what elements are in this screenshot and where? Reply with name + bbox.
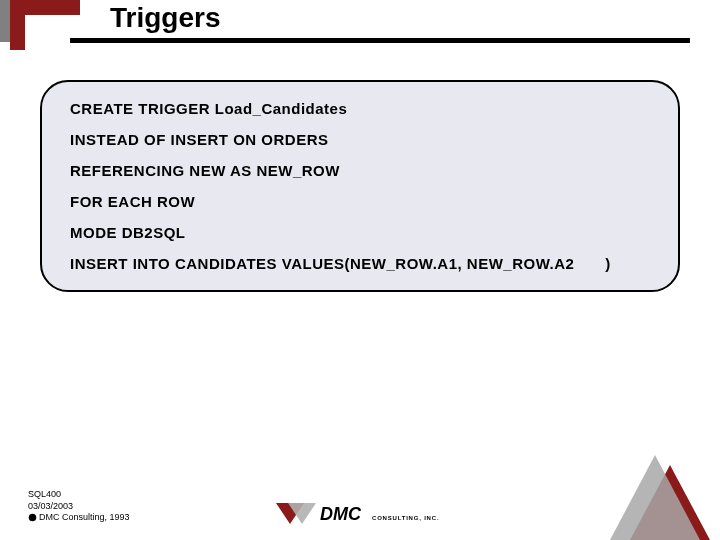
header-rule	[70, 38, 690, 43]
footer-info: SQL400 03/03/2003 DMC Consulting, 1993	[28, 489, 130, 524]
code-line: MODE DB2SQL	[70, 224, 650, 241]
logo-suffix: CONSULTING, INC.	[372, 515, 439, 521]
page-title: Triggers	[110, 2, 220, 34]
footer-copyright: DMC Consulting, 1993	[28, 512, 130, 524]
dmc-logo: DMC CONSULTING, INC.	[276, 500, 456, 528]
code-panel: CREATE TRIGGER Load_Candidates INSTEAD O…	[40, 80, 680, 292]
copyright-icon	[28, 513, 37, 522]
code-line: INSERT INTO CANDIDATES VALUES(NEW_ROW.A1…	[70, 255, 650, 272]
svg-point-2	[29, 514, 37, 522]
header-decoration-icon	[0, 0, 80, 50]
code-line: REFERENCING NEW AS NEW_ROW	[70, 162, 650, 179]
corner-decoration-icon	[610, 445, 720, 540]
code-line: INSTEAD OF INSERT ON ORDERS	[70, 131, 650, 148]
code-line: FOR EACH ROW	[70, 193, 650, 210]
footer-date: 03/03/2003	[28, 501, 130, 513]
code-line: CREATE TRIGGER Load_Candidates	[70, 100, 650, 117]
logo-brand: DMC	[320, 504, 362, 524]
slide-header: Triggers	[0, 0, 720, 50]
footer-product: SQL400	[28, 489, 130, 501]
